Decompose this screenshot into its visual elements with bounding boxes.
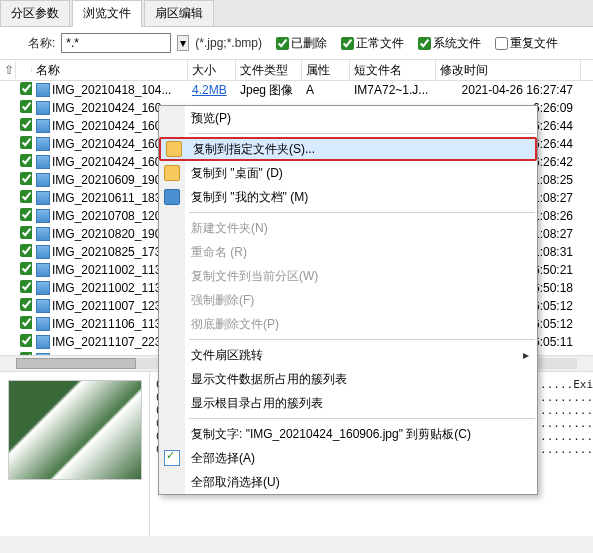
col-type[interactable]: 文件类型 (236, 60, 302, 81)
image-icon (36, 173, 50, 187)
file-name: IMG_20210424_160... (52, 137, 171, 151)
image-icon (36, 209, 50, 223)
cm-copy-to-folder[interactable]: 复制到指定文件夹(S)... (159, 137, 537, 161)
chk-deleted[interactable]: 已删除 (276, 35, 327, 52)
col-name[interactable]: 名称 (32, 60, 188, 81)
row-checkbox[interactable] (20, 82, 32, 95)
tab-sector-edit[interactable]: 扇区编辑 (144, 0, 214, 26)
col-short[interactable]: 短文件名 (350, 60, 436, 81)
check-icon (164, 450, 180, 466)
filter-bar: 名称: ▾ (*.jpg;*.bmp) 已删除 正常文件 系统文件 重复文件 (0, 27, 593, 59)
file-date: 2021-04-26 16:27:47 (436, 83, 581, 97)
folder-icon (164, 189, 180, 205)
col-attr[interactable]: 属性 (302, 60, 350, 81)
file-name: IMG_20210820_190... (52, 227, 171, 241)
file-name: IMG_20210825_173... (52, 245, 171, 259)
cm-copy-text[interactable]: 复制文字: "IMG_20210424_160906.jpg" 到剪贴板(C) (159, 422, 537, 446)
file-name: IMG_20211007_123... (52, 299, 171, 313)
file-name: IMG_20210611_183... (52, 191, 171, 205)
folder-icon (166, 141, 182, 157)
file-short: IM7A72~1.J... (350, 83, 436, 97)
cm-copy-desktop[interactable]: 复制到 "桌面" (D) (159, 161, 537, 185)
file-name: IMG_20211002_113... (52, 281, 171, 295)
image-icon (36, 119, 50, 133)
file-name: IMG_20210708_120... (52, 209, 171, 223)
tab-browse-files[interactable]: 浏览文件 (72, 0, 142, 27)
cm-copy-docs[interactable]: 复制到 "我的文档" (M) (159, 185, 537, 209)
row-checkbox[interactable] (20, 190, 32, 203)
row-checkbox[interactable] (20, 172, 32, 185)
image-icon (36, 155, 50, 169)
file-name: IMG_20211107_223... (52, 335, 171, 349)
cm-sector-jump[interactable]: 文件扇区跳转▸ (159, 343, 537, 367)
row-checkbox[interactable] (20, 136, 32, 149)
file-attr: A (302, 83, 350, 97)
dropdown-icon[interactable]: ▾ (177, 35, 189, 51)
image-icon (36, 227, 50, 241)
image-icon (36, 263, 50, 277)
row-checkbox[interactable] (20, 244, 32, 257)
row-checkbox[interactable] (20, 208, 32, 221)
file-name: IMG_20210418_104... (52, 83, 171, 97)
context-menu: 预览(P) 复制到指定文件夹(S)... 复制到 "桌面" (D) 复制到 "我… (158, 105, 538, 495)
image-icon (36, 299, 50, 313)
cm-preview[interactable]: 预览(P) (159, 106, 537, 130)
cm-select-all[interactable]: 全部选择(A) (159, 446, 537, 470)
chevron-right-icon: ▸ (523, 348, 529, 362)
file-name: IMG_20210609_190... (52, 173, 171, 187)
image-icon (36, 101, 50, 115)
row-checkbox[interactable] (20, 298, 32, 311)
tab-partition-params[interactable]: 分区参数 (0, 0, 70, 26)
file-size[interactable]: 4.2MB (188, 83, 236, 97)
ext-label: (*.jpg;*.bmp) (195, 36, 262, 50)
image-icon (36, 191, 50, 205)
image-icon (36, 335, 50, 349)
col-size[interactable]: 大小 (188, 60, 236, 81)
chk-normal[interactable]: 正常文件 (341, 35, 404, 52)
cm-new-folder: 新建文件夹(N) (159, 216, 537, 240)
row-checkbox[interactable] (20, 226, 32, 239)
file-name: IMG_20210424_160... (52, 119, 171, 133)
row-checkbox[interactable] (20, 334, 32, 347)
file-type: Jpeg 图像 (236, 82, 302, 99)
up-icon[interactable]: ⇧ (0, 61, 16, 79)
cm-show-root-cluster[interactable]: 显示根目录占用的簇列表 (159, 391, 537, 415)
row-checkbox[interactable] (20, 118, 32, 131)
cm-show-cluster[interactable]: 显示文件数据所占用的簇列表 (159, 367, 537, 391)
col-date[interactable]: 修改时间 (436, 60, 581, 81)
row-checkbox[interactable] (20, 316, 32, 329)
grid-header: ⇧ 名称 大小 文件类型 属性 短文件名 修改时间 (0, 59, 593, 81)
cm-perm-delete: 彻底删除文件(P) (159, 312, 537, 336)
row-checkbox[interactable] (20, 100, 32, 113)
file-name: IMG_20211106_113... (52, 317, 171, 331)
image-icon (36, 137, 50, 151)
cm-force-delete: 强制删除(F) (159, 288, 537, 312)
image-icon (36, 245, 50, 259)
cm-copy-partition: 复制文件到当前分区(W) (159, 264, 537, 288)
tab-bar: 分区参数 浏览文件 扇区编辑 (0, 0, 593, 27)
thumbnail-image (8, 380, 142, 480)
name-filter-input[interactable] (61, 33, 171, 53)
row-checkbox[interactable] (20, 262, 32, 275)
table-row[interactable]: IMG_20210418_104...4.2MBJpeg 图像AIM7A72~1… (0, 81, 593, 99)
image-icon (36, 83, 50, 97)
thumbnail-box (0, 372, 150, 536)
file-name: IMG_20210424_160... (52, 101, 171, 115)
row-checkbox[interactable] (20, 154, 32, 167)
cm-rename: 重命名 (R) (159, 240, 537, 264)
row-checkbox[interactable] (20, 280, 32, 293)
name-label: 名称: (28, 35, 55, 52)
image-icon (36, 281, 50, 295)
image-icon (36, 317, 50, 331)
chk-system[interactable]: 系统文件 (418, 35, 481, 52)
cm-deselect-all[interactable]: 全部取消选择(U) (159, 470, 537, 494)
file-name: IMG_20210424_160... (52, 155, 171, 169)
folder-icon (164, 165, 180, 181)
chk-repeat[interactable]: 重复文件 (495, 35, 558, 52)
file-name: IMG_20211002_113... (52, 263, 171, 277)
